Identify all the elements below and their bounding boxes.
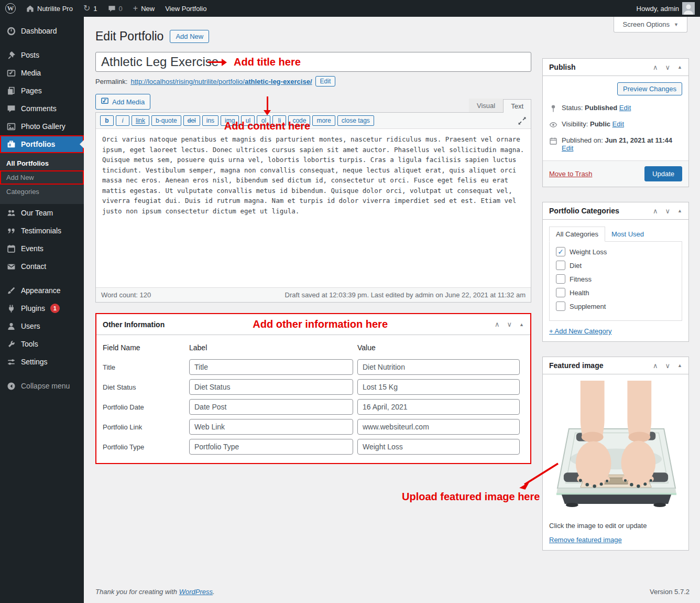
label-input-portfolio-date[interactable] [189, 399, 353, 415]
label-input-portfolio-type[interactable] [189, 439, 353, 455]
sidebar-item-testimonials[interactable]: Testimonials [0, 222, 84, 240]
toggle-panel-icon[interactable]: ▲ [677, 208, 682, 213]
sidebar-item-contact[interactable]: Contact [0, 257, 84, 275]
sidebar-item-tools[interactable]: Tools [0, 335, 84, 353]
featured-image[interactable] [549, 381, 683, 514]
site-name-menu[interactable]: Nutrilite Pro [21, 0, 78, 17]
submenu-all-portfolios[interactable]: All Portfolios [0, 156, 84, 170]
sidebar-item-portfolios[interactable]: Portfolios [0, 135, 84, 153]
edit-published-link[interactable]: Edit [562, 144, 573, 152]
tab-text[interactable]: Text [503, 99, 531, 113]
toggle-panel-icon[interactable]: ▲ [677, 363, 682, 368]
add-new-category-link[interactable]: + Add New Category [549, 327, 612, 335]
sidebar-item-settings[interactable]: Settings [0, 353, 84, 371]
portfolio-categories-panel: Portfolio Categories ∧ ∨ ▲ All Categorie… [542, 202, 689, 342]
add-media-button[interactable]: Add Media [95, 94, 150, 110]
quicktag-img[interactable]: img [221, 115, 239, 126]
quicktag-close-tags[interactable]: close tags [337, 115, 374, 126]
updates-menu[interactable]: ↻ 1 [78, 0, 103, 17]
move-to-trash-link[interactable]: Move to Trash [549, 170, 592, 178]
tab-all-categories[interactable]: All Categories [549, 227, 605, 242]
quicktag-ul[interactable]: ul [241, 115, 255, 126]
category-diet[interactable]: ✓ Diet [556, 261, 675, 270]
submenu-add-new[interactable]: Add New [0, 170, 84, 185]
submenu-categories[interactable]: Categories [0, 185, 84, 199]
move-up-icon[interactable]: ∧ [653, 362, 658, 370]
sidebar-item-plugins[interactable]: Plugins 1 [0, 299, 84, 317]
checkbox[interactable]: ✓ [556, 288, 565, 297]
sidebar-item-posts[interactable]: Posts [0, 46, 84, 64]
label-input-diet-status[interactable] [189, 379, 353, 395]
sidebar-item-media[interactable]: Media [0, 64, 84, 82]
quicktag-del[interactable]: del [183, 115, 200, 126]
preview-changes-button[interactable]: Preview Changes [617, 82, 682, 95]
value-input-title[interactable] [357, 359, 520, 375]
move-down-icon[interactable]: ∨ [665, 362, 671, 370]
screen-options-button[interactable]: Screen Options ▼ [614, 17, 687, 33]
move-up-icon[interactable]: ∧ [495, 320, 500, 328]
portfolios-icon [6, 139, 16, 149]
value-input-diet-status[interactable] [357, 379, 520, 395]
checkbox[interactable]: ✓ [556, 247, 565, 256]
value-input-portfolio-link[interactable] [357, 419, 520, 435]
sidebar-item-comments[interactable]: Comments [0, 100, 84, 117]
my-account-menu[interactable]: Howdy, admin [631, 0, 700, 17]
edit-permalink-button[interactable]: Edit [315, 76, 336, 87]
quicktag-link[interactable]: link [132, 115, 149, 126]
post-content-textarea[interactable]: Orci varius natoque penatibus et magnis … [96, 129, 531, 287]
sidebar-item-appearance[interactable]: Appearance [0, 282, 84, 299]
sidebar-item-users[interactable]: Users [0, 317, 84, 335]
category-fitness[interactable]: ✓ Fitness [556, 274, 675, 284]
post-title-input[interactable] [95, 52, 531, 72]
media-icon [6, 68, 16, 78]
quicktag-italic[interactable]: i [116, 115, 129, 126]
remove-featured-image-link[interactable]: Remove featured image [549, 536, 622, 544]
move-down-icon[interactable]: ∨ [507, 320, 512, 328]
permalink-link[interactable]: http://localhost/rising/nutrilite/portfo… [130, 78, 312, 85]
fullscreen-icon[interactable] [518, 116, 527, 125]
sidebar-item-photo-gallery[interactable]: Photo Gallery [0, 117, 84, 135]
sidebar-item-dashboard[interactable]: Dashboard [0, 22, 84, 40]
category-supplement[interactable]: ✓ Supplement [556, 302, 675, 311]
move-up-icon[interactable]: ∧ [653, 63, 658, 71]
move-up-icon[interactable]: ∧ [653, 207, 658, 215]
sidebar-item-pages[interactable]: Pages [0, 82, 84, 100]
value-input-portfolio-type[interactable] [357, 439, 520, 455]
label-input-portfolio-link[interactable] [189, 419, 353, 435]
comments-menu[interactable]: 0 [103, 0, 128, 17]
collapse-menu-button[interactable]: Collapse menu [0, 377, 84, 395]
view-portfolio-link[interactable]: View Portfolio [160, 0, 212, 17]
toggle-panel-icon[interactable]: ▲ [519, 322, 524, 327]
chevron-down-icon: ▼ [674, 22, 679, 27]
move-down-icon[interactable]: ∨ [665, 63, 671, 71]
sidebar-item-events[interactable]: Events [0, 240, 84, 257]
tab-most-used[interactable]: Most Used [605, 227, 650, 241]
wp-logo-menu[interactable]: W [0, 0, 21, 17]
quicktag-code[interactable]: code [288, 115, 310, 126]
move-down-icon[interactable]: ∨ [665, 207, 671, 215]
checkbox[interactable]: ✓ [556, 261, 565, 270]
add-new-button[interactable]: Add New [170, 30, 209, 43]
update-button[interactable]: Update [644, 166, 682, 181]
toggle-panel-icon[interactable]: ▲ [677, 64, 682, 70]
label-input-title[interactable] [189, 359, 353, 375]
new-content-menu[interactable]: + New [128, 0, 160, 17]
status-row: Status: Published Edit [562, 104, 631, 112]
edit-status-link[interactable]: Edit [619, 104, 631, 112]
quicktag-li[interactable]: li [272, 115, 286, 126]
quicktag-ol[interactable]: ol [257, 115, 270, 126]
category-weight-loss[interactable]: ✓ Weight Loss [556, 247, 675, 256]
tab-visual[interactable]: Visual [469, 99, 503, 112]
checkbox[interactable]: ✓ [556, 302, 565, 311]
checkbox[interactable]: ✓ [556, 274, 565, 284]
quicktag-bold[interactable]: b [100, 115, 114, 126]
quicktag-blockquote[interactable]: b-quote [151, 115, 181, 126]
sidebar-item-our-team[interactable]: Our Team [0, 204, 84, 222]
field-name: Portfolio Type [103, 443, 189, 451]
edit-visibility-link[interactable]: Edit [612, 120, 624, 128]
wordpress-link[interactable]: WordPress [179, 588, 213, 596]
quicktag-more[interactable]: more [312, 115, 335, 126]
value-input-portfolio-date[interactable] [357, 399, 520, 415]
quicktag-ins[interactable]: ins [202, 115, 218, 126]
category-health[interactable]: ✓ Health [556, 288, 675, 297]
